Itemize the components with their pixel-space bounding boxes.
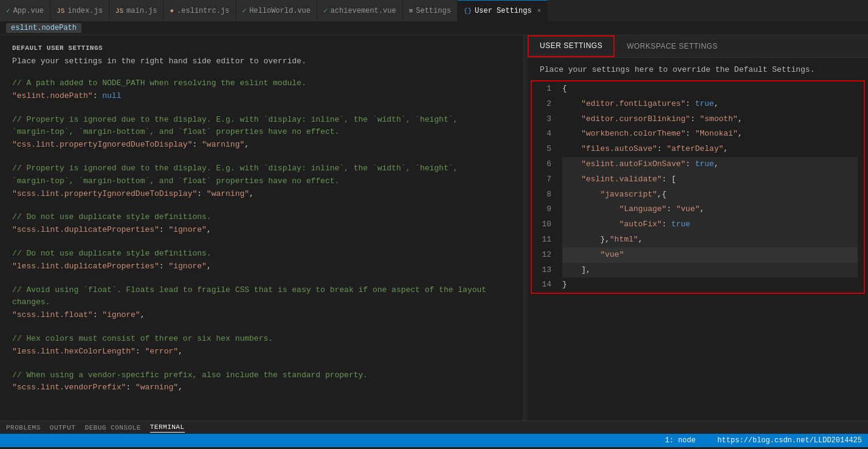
value: "warning" <box>207 189 249 198</box>
code-line: "scss.lint.vendorPrefix": "warning", <box>12 381 511 394</box>
right-panel: USER SETTINGS WORKSPACE SETTINGS Place y… <box>528 35 868 420</box>
bottom-tabs: PROBLEMS OUTPUT DEBUG CONSOLE TERMINAL <box>0 420 868 434</box>
tab-settings[interactable]: ≡ Settings <box>403 0 458 21</box>
code-block-css-lint: // Property is ignored due to the displa… <box>0 111 523 154</box>
code-line-1: { <box>562 82 858 97</box>
tab-label: achievement.vue <box>331 7 396 15</box>
code-line-9: "Language": "vue", <box>562 202 858 217</box>
code-line-8: "javascript",{ <box>562 187 858 203</box>
code-line-4: "workbench.colorTheme": "Monokai", <box>562 127 858 142</box>
code-line-11: },"html", <box>562 232 858 248</box>
status-bar: 1: node https://blog.csdn.net/LLDD201442… <box>0 434 868 447</box>
tab-user-settings-panel[interactable]: USER SETTINGS <box>528 35 615 57</box>
js-icon: JS <box>57 7 64 15</box>
settings-icon: ≡ <box>409 7 413 15</box>
code-line-10: "autoFix": true <box>562 217 858 232</box>
comment-line: // A path added to NODE_PATH when resolv… <box>12 77 511 90</box>
settings-tabs: USER SETTINGS WORKSPACE SETTINGS <box>528 35 868 58</box>
code-line-3: "editor.cursorBlinking": "smooth", <box>562 112 858 127</box>
vue-icon: ✓ <box>243 7 247 15</box>
node-status: 1: node <box>665 436 695 445</box>
left-panel: DEFAULT USER SETTINGS Place your setting… <box>0 35 524 420</box>
code-line: "less.lint.duplicateProperties": "ignore… <box>12 260 511 273</box>
right-panel-subtitle: Place your settings here to override the… <box>528 58 868 80</box>
tab-debug-console[interactable]: DEBUG CONSOLE <box>84 423 140 433</box>
tab-label: Settings <box>416 7 451 15</box>
tab-problems[interactable]: PROBLEMS <box>6 423 41 433</box>
vue-icon: ✓ <box>323 7 328 15</box>
code-line-7: "eslint.validate": [ <box>562 172 858 187</box>
key: "scss.lint.vendorPrefix" <box>12 383 126 392</box>
code-block-scss-float: // Avoid using `float`. Floats lead to f… <box>0 282 523 324</box>
value: "ignore" <box>168 262 206 271</box>
comment-line: // When using a vendor-specific prefix, … <box>12 369 511 382</box>
breadcrumb-tag[interactable]: eslint.nodePath <box>6 23 81 33</box>
tab-index-js[interactable]: JS index.js <box>50 0 109 21</box>
comment-line: changes. <box>12 296 511 309</box>
status-url: https://blog.csdn.net/LLDD2014425 <box>717 436 862 445</box>
tab-bar: ✓ App.vue JS index.js JS main.js ● .esli… <box>0 0 868 21</box>
code-block-nodepath: // A path added to NODE_PATH when resolv… <box>0 75 523 105</box>
tab-app-vue[interactable]: ✓ App.vue <box>0 0 50 21</box>
main-content: DEFAULT USER SETTINGS Place your setting… <box>0 35 868 420</box>
value: "ignore" <box>102 310 140 319</box>
code-block-scss-lint: // Property is ignored due to the displa… <box>0 160 523 203</box>
js-icon: JS <box>115 7 123 15</box>
key: "less.lint.hexColorLength" <box>12 347 136 356</box>
value: "warning" <box>202 140 244 149</box>
code-line-12: "vue" <box>562 248 858 263</box>
tab-label: .eslintrc.js <box>177 7 229 15</box>
default-settings-subtitle: Place your settings in the right hand si… <box>0 57 523 75</box>
code-lines: { "editor.fontLigatures": true, "editor.… <box>556 82 864 293</box>
code-line: "less.lint.hexColorLength": "error", <box>12 346 511 358</box>
key: "css.lint.propertyIgnoredDueToDisplay" <box>12 140 192 149</box>
code-line: "css.lint.propertyIgnoredDueToDisplay": … <box>12 139 511 151</box>
code-line-5: "files.autoSave": "afterDelay", <box>562 142 858 157</box>
code-line-6: "eslint.autoFixOnSave": true, <box>562 157 858 172</box>
tab-label: index.js <box>67 7 103 15</box>
tab-user-settings[interactable]: {} User Settings × <box>458 0 548 21</box>
code-block-less-hex: // Hex colors must consist of three or s… <box>0 330 523 361</box>
code-line-14: } <box>562 277 858 293</box>
tab-workspace-settings[interactable]: WORKSPACE SETTINGS <box>615 35 729 57</box>
usersettings-icon: {} <box>464 7 472 15</box>
key: "eslint.nodePath" <box>12 91 93 100</box>
value: "warning" <box>136 383 178 392</box>
comment-line: `margin-top`, `margin-bottom`, and `floa… <box>12 175 511 188</box>
tab-label: main.js <box>126 7 157 15</box>
default-settings-title: DEFAULT USER SETTINGS <box>0 41 523 57</box>
comment-line: // Avoid using `float`. Floats lead to f… <box>12 284 511 297</box>
tab-label: HelloWorld.vue <box>249 7 311 15</box>
comment-line: `margin-top`, `margin-bottom`, and `floa… <box>12 126 511 139</box>
code-line: "scss.lint.duplicateProperties": "ignore… <box>12 224 511 237</box>
code-line-13: ], <box>562 263 858 278</box>
vue-icon: ✓ <box>6 7 10 15</box>
tab-label: User Settings <box>475 7 532 15</box>
tab-eslintrc[interactable]: ● .eslintrc.js <box>164 0 236 21</box>
code-line-2: "editor.fontLigatures": true, <box>562 97 858 112</box>
comment-line: // Property is ignored due to the displa… <box>12 114 511 127</box>
comment-line: // Hex colors must consist of three or s… <box>12 333 511 346</box>
key: "scss.lint.float" <box>12 310 93 319</box>
value: "error" <box>145 347 178 356</box>
code-editor: 1 2 3 4 5 6 7 8 9 10 11 12 13 14 { <box>532 82 864 293</box>
comment-line: // Do not use duplicate style definition… <box>12 248 511 260</box>
value: null <box>102 91 121 100</box>
eslint-icon: ● <box>170 7 174 15</box>
code-line: "scss.lint.float": "ignore", <box>12 309 511 322</box>
tab-terminal[interactable]: TERMINAL <box>150 422 185 433</box>
close-tab-button[interactable]: × <box>537 8 541 15</box>
tab-label: App.vue <box>13 7 44 15</box>
tab-achievement-vue[interactable]: ✓ achievement.vue <box>317 0 403 21</box>
tab-main-js[interactable]: JS main.js <box>109 0 164 21</box>
tab-output[interactable]: OUTPUT <box>50 423 76 433</box>
status-right: 1: node https://blog.csdn.net/LLDD201442… <box>665 436 862 445</box>
key: "scss.lint.propertyIgnoredDueToDisplay" <box>12 189 197 198</box>
code-block-less-duplicate: // Do not use duplicate style definition… <box>0 245 523 276</box>
comment-line: // Property is ignored due to the displa… <box>12 162 511 175</box>
key: "less.lint.duplicateProperties" <box>12 262 159 271</box>
tab-helloworld-vue[interactable]: ✓ HelloWorld.vue <box>236 0 317 21</box>
line-numbers: 1 2 3 4 5 6 7 8 9 10 11 12 13 14 <box>532 82 556 293</box>
value: "ignore" <box>168 225 206 234</box>
code-line: "eslint.nodePath": null <box>12 90 511 103</box>
